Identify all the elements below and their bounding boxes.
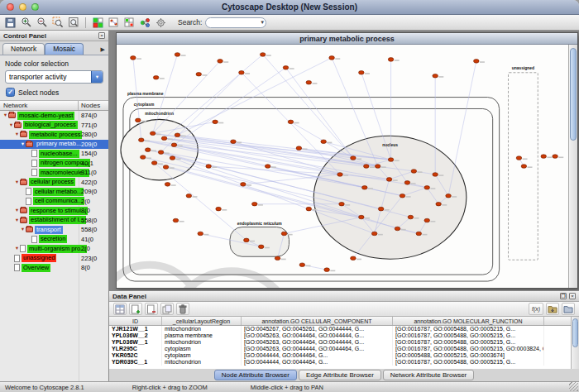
network-edge[interactable] [286,68,353,158]
network-node[interactable] [151,161,157,165]
network-node[interactable] [218,60,223,64]
network-node[interactable] [306,207,312,211]
network-edge[interactable] [143,157,342,204]
search-input[interactable] [205,17,266,28]
column-header[interactable]: ID [109,317,162,325]
table-cell[interactable]: YLR295C [109,346,162,352]
expand-toggle-icon[interactable]: ▼ [20,142,26,147]
network-node[interactable] [131,56,136,60]
node-color-select[interactable]: transporter activity [5,70,103,84]
mosaic-settings-icon[interactable] [154,16,168,29]
table-cell[interactable]: YDR039C__1 [109,359,162,366]
network-node[interactable] [150,131,156,136]
zoom-out-icon[interactable] [35,16,49,29]
trash-icon[interactable] [176,303,189,315]
network-node[interactable] [400,194,405,198]
network-node[interactable] [411,170,417,174]
network-node[interactable] [351,256,356,261]
network-node[interactable] [408,215,414,219]
network-node[interactable] [296,146,302,151]
table-cell[interactable]: [GO:0016787, GO:0005488, GO:0005215, G..… [393,359,544,366]
network-node[interactable] [140,155,146,160]
network-node[interactable] [171,143,177,147]
table-cell[interactable]: mitochondrion [162,339,242,346]
table-cell[interactable]: [GO:0045267, GO:0045261, GO:0044444, G..… [242,326,393,332]
expand-toggle-icon[interactable]: ▼ [2,113,8,118]
network-node[interactable] [321,140,327,144]
table-cell[interactable]: cytoplasm [162,352,242,359]
network-node[interactable] [516,156,522,160]
network-node[interactable] [474,60,480,64]
resize-grip[interactable] [569,382,578,391]
expand-toggle-icon[interactable]: ▼ [14,208,20,213]
expand-toggle-icon[interactable]: ▼ [20,227,26,232]
expand-toggle-icon[interactable]: ▼ [14,246,20,251]
network-node[interactable] [329,56,335,60]
network-node[interactable] [165,183,170,187]
tree-row[interactable]: macromolecule...311(0 [0,168,108,178]
network-node[interactable] [388,58,394,62]
network-node[interactable] [136,118,141,122]
tab-mosaic[interactable]: Mosaic [45,43,84,55]
table-cell[interactable]: [GO:0016787, GO:0005488, GO:0005215, G..… [393,332,544,339]
network-node[interactable] [275,256,280,261]
network-node[interactable] [388,158,394,162]
table-cell[interactable]: mitochondrion [162,326,242,332]
table-cell[interactable]: YPL036W__2 [109,332,162,339]
network-node[interactable] [446,194,452,198]
table-row[interactable]: YJR121W__1mitochondrion[GO:0045267, GO:0… [109,326,571,332]
tree-row[interactable]: ▼biological_process771(0 [0,121,108,131]
tab-node-attribute-browser[interactable]: Node Attribute Browser [214,370,297,380]
minimize-window-button[interactable] [19,3,26,11]
network-node[interactable] [364,165,370,169]
network-node[interactable] [359,215,365,219]
zoom-window-button[interactable] [31,3,39,11]
network-node[interactable] [258,245,264,249]
tree-row[interactable]: ▼multi-organism pro...2(0 [0,244,108,254]
network-edge[interactable] [263,55,353,158]
table-cell[interactable]: YJR121W__1 [109,326,162,332]
network-node[interactable] [337,173,343,177]
close-panel-icon[interactable]: × [98,32,105,39]
tree-row[interactable]: secretion41(0 [0,235,108,245]
network-edge[interactable] [448,61,476,196]
table-cell[interactable]: [GO:0045263, GO:0044444, GO:0044464, G..… [242,346,393,352]
network-node[interactable] [252,202,258,206]
table-cell[interactable]: mitochondrion [162,359,242,366]
network-node[interactable] [541,155,547,159]
mosaic-partition-icon[interactable] [122,16,136,29]
zoom-selected-icon[interactable] [50,16,65,29]
network-node[interactable] [198,232,203,236]
network-edge[interactable] [155,163,246,240]
window-titlebar[interactable]: Cytoscape Desktop (New Session) [0,0,579,15]
network-node[interactable] [371,232,377,236]
expand-toggle-icon[interactable]: ▼ [14,180,20,185]
network-node[interactable] [231,140,237,144]
tree-row[interactable]: nitrogen compo...40(1 [0,159,108,169]
network-node[interactable] [386,178,392,182]
network-node[interactable] [351,156,356,160]
tab-scroll-right-icon[interactable]: ▶ [99,46,107,55]
delete-attribute-icon[interactable] [145,303,158,315]
network-node[interactable] [404,181,410,185]
tree-header-nodes[interactable]: Nodes [79,101,108,110]
tree-row[interactable]: ▼response to stimul...8(0 [0,206,108,216]
tab-network[interactable]: Network [2,43,45,55]
tree-row[interactable]: cellular metabo...209(0 [0,187,108,197]
table-row[interactable]: YLR295Ccytoplasm[GO:0045263, GO:0044444,… [109,346,571,352]
tab-edge-attribute-browser[interactable]: Edge Attribute Browser [299,370,381,380]
table-row[interactable]: YPL036W__2plasma membrane[GO:0045263, GO… [109,332,571,339]
table-cell[interactable]: cytoplasm [162,346,242,352]
zoom-in-icon[interactable] [19,16,33,29]
column-header[interactable]: annotation.GO CELLULAR_COMPONENT [242,317,393,325]
network-frame-titlebar[interactable]: primary metabolic process [117,33,577,45]
network-node[interactable] [281,232,287,236]
network-node[interactable] [186,194,192,198]
tree-row[interactable]: nucleobase...154(0 [0,149,108,159]
import-attributes-icon[interactable] [546,303,559,315]
network-node[interactable] [395,227,400,231]
column-header[interactable]: annotation.GO MOLECULAR_FUNCTION [393,317,544,325]
network-edge[interactable] [177,58,332,135]
network-node[interactable] [239,70,245,74]
table-cell[interactable]: [GO:0044444, GO:0044464, G... [242,359,393,366]
